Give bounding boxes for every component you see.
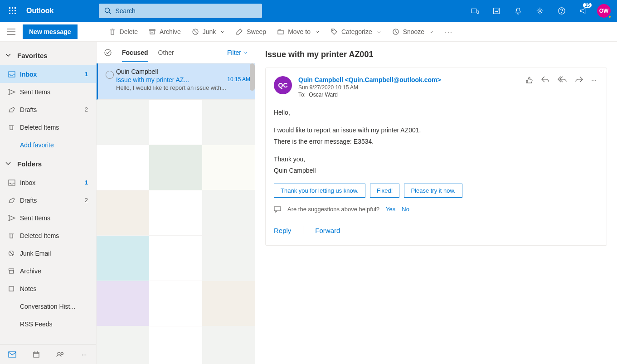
chevron-down-icon	[243, 51, 248, 54]
email-date: Sun 9/27/2020 10:15 AM	[298, 84, 519, 91]
forward-link[interactable]: Forward	[315, 227, 340, 234]
sweep-icon	[236, 28, 243, 35]
forward-icon[interactable]	[575, 76, 583, 84]
main-content: Favorites Inbox 1 Sent Items Drafts 2 De…	[0, 42, 617, 364]
svg-rect-33	[34, 352, 39, 357]
user-avatar[interactable]: OW	[597, 4, 611, 18]
notes-icon[interactable]	[486, 0, 507, 22]
folder-inbox[interactable]: Inbox 1	[0, 174, 96, 191]
email-body: Hello, I would like to report an issue w…	[274, 108, 597, 175]
notes-icon	[8, 286, 20, 292]
message-item[interactable]: Quin Campbell Issue with my printer AZ..…	[97, 63, 255, 100]
nav-deleted-items[interactable]: Deleted Items	[0, 118, 96, 136]
reply-link[interactable]: Reply	[274, 227, 291, 234]
folder-archive[interactable]: Archive	[0, 262, 96, 280]
to-line: To: Oscar Ward	[298, 92, 519, 98]
scrollbar[interactable]	[250, 63, 255, 91]
junk-icon	[192, 28, 199, 35]
archive-icon	[149, 28, 156, 35]
search-box[interactable]	[99, 4, 262, 18]
move-to-button[interactable]: Move to	[272, 22, 325, 42]
snooze-button[interactable]: Snooze	[387, 22, 438, 42]
message-preview: Hello, I would like to report an issue w…	[116, 84, 250, 91]
settings-icon[interactable]	[529, 0, 551, 22]
svg-rect-7	[12, 13, 13, 14]
command-toolbar: New message Delete Archive Junk Sweep Mo…	[0, 22, 617, 42]
help-icon[interactable]	[551, 0, 573, 22]
list-placeholder	[97, 326, 255, 364]
chevron-down-icon	[5, 53, 11, 57]
feedback-yes[interactable]: Yes	[386, 206, 395, 213]
folder-notes[interactable]: Notes	[0, 280, 96, 297]
notification-badge: 15	[583, 3, 592, 8]
sweep-button[interactable]: Sweep	[231, 22, 271, 42]
select-all-checkbox[interactable]	[104, 49, 114, 57]
feedback-question: Are the suggestions above helpful?	[287, 206, 379, 213]
like-icon[interactable]	[525, 76, 533, 84]
hamburger-icon[interactable]	[2, 22, 21, 42]
chevron-down-icon	[220, 30, 225, 33]
nav-sent-items[interactable]: Sent Items	[0, 83, 96, 101]
folder-sent-items[interactable]: Sent Items	[0, 209, 96, 227]
app-launcher-icon[interactable]	[2, 0, 24, 22]
sender-avatar[interactable]: QC	[274, 76, 292, 94]
mail-module-icon[interactable]	[3, 351, 21, 358]
svg-rect-6	[9, 13, 10, 14]
from-address[interactable]: Quin Campbell <Quin.Campbell@outlook.com…	[298, 76, 519, 83]
trash-icon	[109, 28, 116, 35]
nav-drafts[interactable]: Drafts 2	[0, 101, 96, 118]
folder-rss-feeds[interactable]: RSS Feeds	[0, 315, 96, 333]
more-module-icon[interactable]: ···	[75, 351, 93, 358]
add-favorite-link[interactable]: Add favorite	[0, 136, 96, 154]
svg-rect-30	[10, 270, 14, 273]
move-icon	[277, 28, 284, 35]
more-actions-icon[interactable]: ···	[591, 76, 597, 84]
svg-point-38	[61, 352, 63, 354]
calendar-module-icon[interactable]	[27, 351, 45, 358]
reply-icon[interactable]	[541, 76, 549, 84]
mailbox-icon[interactable]	[464, 0, 486, 22]
more-actions-button[interactable]: ···	[439, 28, 458, 35]
email-card: QC Quin Campbell <Quin.Campbell@outlook.…	[265, 68, 607, 246]
announcement-icon[interactable]: 15	[573, 0, 594, 22]
junk-button[interactable]: Junk	[187, 22, 230, 42]
search-input[interactable]	[115, 7, 257, 15]
suggested-reply-3[interactable]: Please try it now.	[404, 184, 462, 198]
feedback-no[interactable]: No	[402, 206, 409, 213]
svg-rect-1	[12, 7, 13, 9]
svg-rect-12	[494, 8, 500, 14]
email-subject: Issue with my printer AZ001	[265, 50, 607, 59]
folder-junk-email[interactable]: Junk Email	[0, 244, 96, 262]
folder-drafts[interactable]: Drafts 2	[0, 191, 96, 209]
categorize-button[interactable]: Categorize	[326, 22, 386, 42]
nav-inbox[interactable]: Inbox 1	[0, 65, 96, 83]
archive-button[interactable]: Archive	[144, 22, 186, 42]
message-checkbox[interactable]	[103, 71, 116, 79]
delete-button[interactable]: Delete	[104, 22, 143, 42]
favorites-header[interactable]: Favorites	[0, 45, 96, 65]
reply-all-icon[interactable]	[558, 76, 567, 84]
svg-rect-0	[9, 7, 10, 9]
svg-rect-3	[9, 10, 10, 11]
folders-header[interactable]: Folders	[0, 154, 96, 174]
new-message-button[interactable]: New message	[23, 24, 78, 39]
svg-point-15	[561, 13, 562, 13]
svg-rect-4	[12, 10, 13, 11]
app-name: Outlook	[26, 7, 53, 15]
tab-focused[interactable]: Focused	[122, 44, 148, 62]
message-scroll-area[interactable]: Quin Campbell Issue with my printer AZ..…	[97, 63, 255, 364]
clock-icon	[392, 28, 399, 35]
people-module-icon[interactable]	[51, 351, 69, 358]
list-placeholder	[97, 100, 255, 145]
tab-other[interactable]: Other	[158, 44, 174, 62]
message-subject: Issue with my printer AZ...	[116, 76, 223, 83]
suggested-reply-2[interactable]: Fixed!	[370, 184, 399, 198]
chevron-down-icon	[377, 30, 381, 33]
folder-deleted-items[interactable]: Deleted Items	[0, 227, 96, 244]
folder-conversation-history[interactable]: Conversation Hist...	[0, 297, 96, 315]
topbar: Outlook 15 OW	[0, 0, 617, 22]
list-placeholder	[97, 236, 255, 281]
notifications-icon[interactable]	[507, 0, 529, 22]
suggested-reply-1[interactable]: Thank you for letting us know.	[274, 184, 365, 198]
filter-button[interactable]: Filter	[227, 49, 248, 56]
